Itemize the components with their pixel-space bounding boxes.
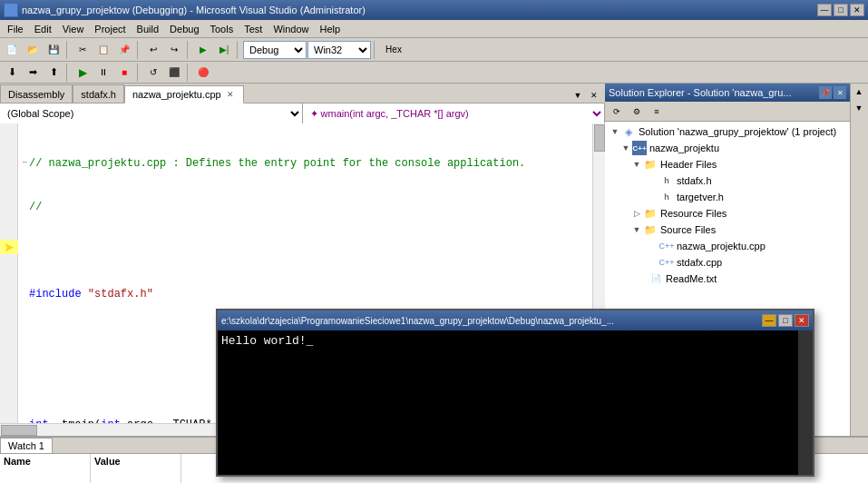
stop-btn[interactable]: ■ <box>114 63 134 83</box>
close-button[interactable]: ✕ <box>850 4 864 16</box>
right-btn-2[interactable]: ▼ <box>851 100 867 116</box>
targetver-h-label: targetver.h <box>677 192 724 202</box>
expand-solution[interactable]: ▼ <box>609 127 621 136</box>
expand-project[interactable]: ▼ <box>619 143 632 153</box>
breakpoint-btn[interactable]: 🔴 <box>193 63 213 83</box>
undo-btn[interactable]: ↩ <box>143 40 163 60</box>
tab-list-btn[interactable]: ▼ <box>571 88 585 103</box>
pause-btn[interactable]: ⏸ <box>93 63 113 83</box>
tree-header-files[interactable]: ▼ 📁 Header Files <box>605 156 850 172</box>
sep-d3 <box>187 64 190 82</box>
step-over-btn[interactable]: ➡ <box>23 63 43 83</box>
tab-stdafx-label: stdafx.h <box>81 89 116 100</box>
tree-readme[interactable]: ▷ 📄 ReadMe.txt <box>605 271 850 287</box>
scope-left-combo[interactable]: (Global Scope) <box>0 104 303 123</box>
sep-d1 <box>66 64 70 82</box>
watch-tab-item-1[interactable]: Watch 1 <box>0 438 53 453</box>
scope-right-combo[interactable]: ✦ wmain(int argc, _TCHAR *[] argv) <box>303 104 606 123</box>
se-sync-btn[interactable]: ⟳ <box>607 102 627 122</box>
right-panel: ▲ ▼ <box>850 84 868 436</box>
menu-help[interactable]: Help <box>315 22 346 36</box>
platform-combo[interactable]: Win32 <box>307 41 371 59</box>
tree-stdafx-h[interactable]: ▷ h stdafx.h <box>605 172 850 189</box>
restart-btn[interactable]: ↺ <box>143 63 163 83</box>
menu-window[interactable]: Window <box>268 22 314 36</box>
tab-stdafx[interactable]: stdafx.h <box>73 84 124 103</box>
code-line-1: − // nazwa_projektu.cpp : Defines the en… <box>22 156 589 171</box>
minimize-button[interactable]: — <box>817 4 832 16</box>
new-btn[interactable]: 📄 <box>2 40 22 60</box>
folder-icon-3: 📁 <box>643 222 658 237</box>
gutter-9: ➤ <box>0 240 18 254</box>
menu-tools[interactable]: Tools <box>205 22 239 36</box>
resource-files-label: Resource Files <box>660 208 727 219</box>
console-minimize-btn[interactable]: — <box>762 314 776 327</box>
show-next-btn[interactable]: ⬛ <box>164 63 184 83</box>
redo-btn[interactable]: ↪ <box>164 40 184 60</box>
toolbar-2: ⬇ ➡ ⬆ ▶ ⏸ ■ ↺ ⬛ 🔴 <box>0 62 868 84</box>
maximize-button[interactable]: □ <box>834 4 848 16</box>
watch-col-value: Value <box>91 454 181 483</box>
collapse-7[interactable]: − <box>22 418 27 423</box>
sep5 <box>374 41 377 59</box>
run2-btn[interactable]: ▶| <box>214 40 234 60</box>
title-text: nazwa_grupy_projektow (Debugging) - Micr… <box>22 5 366 15</box>
tab-main-cpp-label: nazwa_projektu.cpp <box>132 89 221 100</box>
sep-d2 <box>137 64 141 82</box>
tree-stdafx-cpp[interactable]: ▷ C++ stdafx.cpp <box>605 254 850 271</box>
gutter-1 <box>0 123 18 138</box>
tab-disassembly-label: Disassembly <box>8 89 64 100</box>
se-pin-btn[interactable]: 📌 <box>819 86 832 99</box>
config-combo[interactable]: Debug <box>243 41 307 59</box>
gutter-7 <box>0 211 18 225</box>
tree-targetver-h[interactable]: ▷ h targetver.h <box>605 189 850 205</box>
run-btn[interactable]: ▶ <box>193 40 213 60</box>
tab-disassembly[interactable]: Disassembly <box>0 84 73 103</box>
console-maximize-btn[interactable]: □ <box>778 314 793 327</box>
copy-btn[interactable]: 📋 <box>93 40 113 60</box>
expand-resources[interactable]: ▷ <box>630 209 643 218</box>
tree-main-cpp[interactable]: ▷ C++ nazwa_projektu.cpp <box>605 238 850 254</box>
menu-test[interactable]: Test <box>239 22 268 36</box>
tree-resource-files[interactable]: ▷ 📁 Resource Files <box>605 205 850 222</box>
menu-debug[interactable]: Debug <box>164 22 204 36</box>
console-close-btn[interactable]: ✕ <box>795 314 809 327</box>
menu-bar: File Edit View Project Build Debug Tools… <box>0 20 868 38</box>
tree-project[interactable]: ▼ C++ nazwa_projektu <box>605 140 850 156</box>
step-into-btn[interactable]: ⬇ <box>2 63 22 83</box>
hex-btn[interactable]: Hex <box>380 40 407 60</box>
console-window: e:\szkola\dr\zajecia\ProgramowanieSiecio… <box>216 309 814 477</box>
tab-close-icon[interactable]: ✕ <box>225 89 236 100</box>
menu-edit[interactable]: Edit <box>29 22 57 36</box>
se-close-btn[interactable]: ✕ <box>834 86 846 99</box>
collapse-1[interactable]: − <box>22 156 27 171</box>
continue-btn[interactable]: ▶ <box>73 63 93 83</box>
code-line-3 <box>22 243 589 258</box>
code-hscroll-thumb[interactable] <box>1 425 37 436</box>
tab-main-cpp[interactable]: nazwa_projektu.cpp ✕ <box>124 85 244 104</box>
tree-solution[interactable]: ▼ ◈ Solution 'nazwa_grupy_projektow' (1 … <box>605 123 850 140</box>
se-view-btn[interactable]: ≡ <box>647 102 667 122</box>
menu-build[interactable]: Build <box>132 22 164 36</box>
project-label: nazwa_projektu <box>649 143 719 153</box>
expand-headers[interactable]: ▼ <box>630 160 643 169</box>
menu-project[interactable]: Project <box>89 22 131 36</box>
tree-source-files[interactable]: ▼ 📁 Source Files <box>605 222 850 238</box>
cut-btn[interactable]: ✂ <box>73 40 93 60</box>
open-btn[interactable]: 📂 <box>23 40 43 60</box>
console-body: Hello world!_ <box>218 330 798 475</box>
menu-file[interactable]: File <box>2 22 29 36</box>
solution-icon: ◈ <box>621 124 636 139</box>
paste-btn[interactable]: 📌 <box>114 40 134 60</box>
console-vscroll[interactable] <box>798 330 813 475</box>
tab-bar: Disassembly stdafx.h nazwa_projektu.cpp … <box>0 84 605 104</box>
right-btn-1[interactable]: ▲ <box>851 84 867 100</box>
code-vscroll-thumb[interactable] <box>594 124 605 152</box>
save-btn[interactable]: 💾 <box>44 40 63 60</box>
menu-view[interactable]: View <box>57 22 90 36</box>
expand-sources[interactable]: ▼ <box>630 225 643 234</box>
se-props-btn[interactable]: ⚙ <box>627 102 647 122</box>
tab-close-all-btn[interactable]: ✕ <box>587 88 601 103</box>
console-controls: — □ ✕ <box>762 314 809 327</box>
step-out-btn[interactable]: ⬆ <box>44 63 63 83</box>
